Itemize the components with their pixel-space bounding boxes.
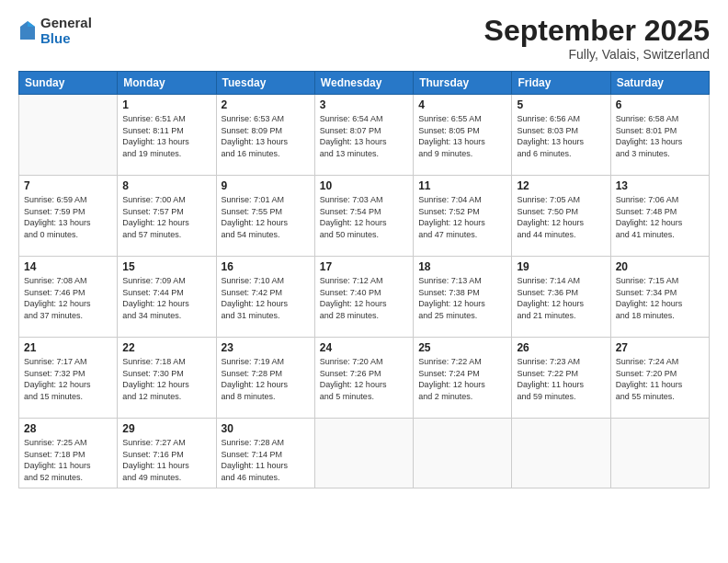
calendar-table: SundayMondayTuesdayWednesdayThursdayFrid… [18,71,710,488]
day-number: 20 [616,260,704,273]
day-info: Sunrise: 7:14 AM Sunset: 7:36 PM Dayligh… [517,275,605,321]
day-info: Sunrise: 7:25 AM Sunset: 7:18 PM Dayligh… [24,437,112,483]
day-info: Sunrise: 6:55 AM Sunset: 8:05 PM Dayligh… [418,113,506,159]
logo-blue: Blue [40,30,71,46]
day-number: 30 [222,422,310,435]
day-info: Sunrise: 7:27 AM Sunset: 7:16 PM Dayligh… [122,437,210,483]
calendar-cell: 21Sunrise: 7:17 AM Sunset: 7:32 PM Dayli… [19,338,118,419]
calendar-cell: 16Sunrise: 7:10 AM Sunset: 7:42 PM Dayli… [216,257,314,338]
calendar-cell: 4Sunrise: 6:55 AM Sunset: 8:05 PM Daylig… [414,95,512,176]
col-header-friday: Friday [512,72,610,95]
day-info: Sunrise: 7:05 AM Sunset: 7:50 PM Dayligh… [517,194,605,240]
day-number: 6 [616,98,704,111]
calendar-cell: 7Sunrise: 6:59 AM Sunset: 7:59 PM Daylig… [19,176,118,257]
day-info: Sunrise: 7:23 AM Sunset: 7:22 PM Dayligh… [517,356,605,402]
day-number: 3 [320,98,408,111]
calendar-cell: 2Sunrise: 6:53 AM Sunset: 8:09 PM Daylig… [216,95,314,176]
day-number: 9 [222,179,310,192]
calendar-cell: 3Sunrise: 6:54 AM Sunset: 8:07 PM Daylig… [314,95,413,176]
day-number: 16 [222,260,310,273]
month-title: September 2025 [484,15,710,47]
calendar-cell [19,95,118,176]
logo-icon [18,19,37,41]
day-info: Sunrise: 7:15 AM Sunset: 7:34 PM Dayligh… [616,275,704,321]
calendar-cell: 17Sunrise: 7:12 AM Sunset: 7:40 PM Dayli… [314,257,413,338]
day-number: 23 [222,341,310,354]
logo-general: General [40,15,92,30]
calendar-cell: 26Sunrise: 7:23 AM Sunset: 7:22 PM Dayli… [512,338,610,419]
col-header-monday: Monday [118,72,216,95]
calendar-week-row: 28Sunrise: 7:25 AM Sunset: 7:18 PM Dayli… [19,419,710,488]
day-info: Sunrise: 7:01 AM Sunset: 7:55 PM Dayligh… [222,194,310,240]
location-subtitle: Fully, Valais, Switzerland [484,47,710,62]
day-info: Sunrise: 7:20 AM Sunset: 7:26 PM Dayligh… [320,356,408,402]
day-number: 26 [517,341,605,354]
day-info: Sunrise: 7:28 AM Sunset: 7:14 PM Dayligh… [222,437,310,483]
calendar-cell [414,419,512,488]
calendar-cell: 22Sunrise: 7:18 AM Sunset: 7:30 PM Dayli… [118,338,216,419]
day-number: 14 [24,260,112,273]
day-info: Sunrise: 6:54 AM Sunset: 8:07 PM Dayligh… [320,113,408,159]
calendar-cell: 12Sunrise: 7:05 AM Sunset: 7:50 PM Dayli… [512,176,610,257]
day-info: Sunrise: 7:17 AM Sunset: 7:32 PM Dayligh… [24,356,112,402]
calendar-cell [512,419,610,488]
col-header-thursday: Thursday [414,72,512,95]
calendar-cell: 13Sunrise: 7:06 AM Sunset: 7:48 PM Dayli… [610,176,709,257]
calendar-cell: 28Sunrise: 7:25 AM Sunset: 7:18 PM Dayli… [19,419,118,488]
day-info: Sunrise: 6:56 AM Sunset: 8:03 PM Dayligh… [517,113,605,159]
calendar-cell: 9Sunrise: 7:01 AM Sunset: 7:55 PM Daylig… [216,176,314,257]
calendar-cell: 23Sunrise: 7:19 AM Sunset: 7:28 PM Dayli… [216,338,314,419]
calendar-cell: 14Sunrise: 7:08 AM Sunset: 7:46 PM Dayli… [19,257,118,338]
day-number: 21 [24,341,112,354]
logo-text: General Blue [40,15,92,46]
day-number: 29 [122,422,210,435]
calendar-cell: 5Sunrise: 6:56 AM Sunset: 8:03 PM Daylig… [512,95,610,176]
page: General Blue September 2025 Fully, Valai… [0,0,728,563]
col-header-tuesday: Tuesday [216,72,314,95]
day-number: 27 [616,341,704,354]
day-number: 4 [418,98,506,111]
header: General Blue September 2025 Fully, Valai… [18,15,710,62]
day-number: 15 [122,260,210,273]
logo: General Blue [18,15,92,46]
day-info: Sunrise: 7:06 AM Sunset: 7:48 PM Dayligh… [616,194,704,240]
day-info: Sunrise: 6:51 AM Sunset: 8:11 PM Dayligh… [122,113,210,159]
calendar-cell: 6Sunrise: 6:58 AM Sunset: 8:01 PM Daylig… [610,95,709,176]
title-block: September 2025 Fully, Valais, Switzerlan… [484,15,710,62]
col-header-saturday: Saturday [610,72,709,95]
day-info: Sunrise: 6:59 AM Sunset: 7:59 PM Dayligh… [24,194,112,240]
day-number: 24 [320,341,408,354]
day-number: 10 [320,179,408,192]
day-number: 18 [418,260,506,273]
day-info: Sunrise: 7:08 AM Sunset: 7:46 PM Dayligh… [24,275,112,321]
day-info: Sunrise: 7:00 AM Sunset: 7:57 PM Dayligh… [122,194,210,240]
calendar-cell: 11Sunrise: 7:04 AM Sunset: 7:52 PM Dayli… [414,176,512,257]
day-number: 22 [122,341,210,354]
calendar-cell: 20Sunrise: 7:15 AM Sunset: 7:34 PM Dayli… [610,257,709,338]
calendar-cell: 18Sunrise: 7:13 AM Sunset: 7:38 PM Dayli… [414,257,512,338]
day-info: Sunrise: 7:09 AM Sunset: 7:44 PM Dayligh… [122,275,210,321]
day-number: 1 [122,98,210,111]
calendar-cell: 24Sunrise: 7:20 AM Sunset: 7:26 PM Dayli… [314,338,413,419]
calendar-cell [314,419,413,488]
day-info: Sunrise: 6:53 AM Sunset: 8:09 PM Dayligh… [222,113,310,159]
day-info: Sunrise: 7:18 AM Sunset: 7:30 PM Dayligh… [122,356,210,402]
calendar-week-row: 1Sunrise: 6:51 AM Sunset: 8:11 PM Daylig… [19,95,710,176]
day-number: 19 [517,260,605,273]
calendar-week-row: 21Sunrise: 7:17 AM Sunset: 7:32 PM Dayli… [19,338,710,419]
calendar-header-row: SundayMondayTuesdayWednesdayThursdayFrid… [19,72,710,95]
calendar-week-row: 14Sunrise: 7:08 AM Sunset: 7:46 PM Dayli… [19,257,710,338]
calendar-cell: 25Sunrise: 7:22 AM Sunset: 7:24 PM Dayli… [414,338,512,419]
calendar-cell: 15Sunrise: 7:09 AM Sunset: 7:44 PM Dayli… [118,257,216,338]
day-info: Sunrise: 7:24 AM Sunset: 7:20 PM Dayligh… [616,356,704,402]
calendar-week-row: 7Sunrise: 6:59 AM Sunset: 7:59 PM Daylig… [19,176,710,257]
day-number: 13 [616,179,704,192]
day-info: Sunrise: 7:12 AM Sunset: 7:40 PM Dayligh… [320,275,408,321]
day-info: Sunrise: 7:13 AM Sunset: 7:38 PM Dayligh… [418,275,506,321]
day-number: 7 [24,179,112,192]
day-number: 17 [320,260,408,273]
calendar-cell: 27Sunrise: 7:24 AM Sunset: 7:20 PM Dayli… [610,338,709,419]
day-number: 2 [222,98,310,111]
day-number: 12 [517,179,605,192]
day-info: Sunrise: 7:03 AM Sunset: 7:54 PM Dayligh… [320,194,408,240]
